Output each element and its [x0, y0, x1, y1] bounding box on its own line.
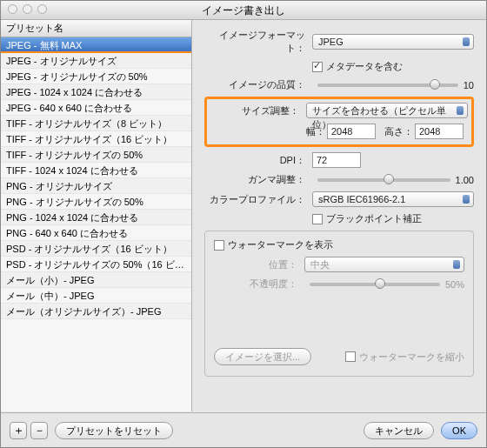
zoom-icon[interactable]	[37, 4, 47, 14]
preset-item[interactable]: PNG - 1024 x 1024 に合わせる	[1, 210, 191, 225]
watermark-show-label: ウォーターマークを表示	[228, 238, 333, 251]
gamma-value: 1.00	[456, 175, 474, 185]
profile-select[interactable]: sRGB IEC61966-2.1	[312, 191, 474, 207]
preset-item[interactable]: JPEG - オリジナルサイズ	[1, 53, 191, 69]
preset-item[interactable]: メール（小）- JPEG	[1, 272, 191, 288]
preset-item[interactable]: JPEG - 無料 MAX	[1, 37, 191, 53]
preset-item[interactable]: JPEG - オリジナルサイズの 50%	[1, 69, 191, 84]
height-input[interactable]: 2048	[415, 124, 464, 139]
preset-item[interactable]: PNG - 640 x 640 に合わせる	[1, 225, 191, 241]
wm-opacity-label: 不透明度：	[214, 277, 297, 291]
preset-item[interactable]: TIFF - オリジナルサイズ（8 ビット）	[1, 116, 191, 131]
preset-item[interactable]: JPEG - 1024 x 1024 に合わせる	[1, 84, 191, 100]
blackpoint-label: ブラックポイント補正	[326, 212, 422, 225]
preset-list[interactable]: JPEG - 無料 MAXJPEG - オリジナルサイズJPEG - オリジナル…	[1, 37, 191, 411]
profile-label: カラープロファイル：	[204, 193, 305, 206]
gamma-label: ガンマ調整：	[204, 173, 305, 186]
preset-item[interactable]: PNG - オリジナルサイズ	[1, 178, 191, 194]
preset-item[interactable]: TIFF - オリジナルサイズの 50%	[1, 147, 191, 163]
wm-opacity-thumb	[375, 278, 385, 289]
quality-max: 10	[464, 80, 474, 90]
height-label: 高さ：	[384, 125, 413, 138]
dpi-input[interactable]: 72	[312, 152, 361, 168]
size-select[interactable]: サイズを合わせる（ピクセル単位）	[306, 103, 468, 118]
ok-button[interactable]: OK	[441, 422, 477, 439]
preset-item[interactable]: PNG - オリジナルサイズの 50%	[1, 194, 191, 210]
metadata-checkbox[interactable]	[312, 62, 323, 72]
wm-pos-label: 位置：	[214, 258, 297, 271]
cancel-button[interactable]: キャンセル	[364, 422, 434, 439]
minimize-icon[interactable]	[23, 4, 32, 14]
quality-slider[interactable]	[317, 84, 458, 87]
format-label: イメージフォーマット：	[204, 29, 305, 55]
preset-item[interactable]: JPEG - 640 x 640 に合わせる	[1, 100, 191, 116]
quality-thumb[interactable]	[430, 79, 440, 90]
preset-item[interactable]: PSD - オリジナルサイズの 50%（16 ビッ…	[1, 257, 191, 272]
size-highlight: サイズ調整： サイズを合わせる（ピクセル単位） 幅： 2048 高さ： 2048	[204, 97, 474, 147]
preset-item[interactable]: PSD - オリジナルサイズ（16 ビット）	[1, 241, 191, 257]
metadata-label: メタデータを含む	[326, 60, 403, 73]
titlebar: イメージ書き出し	[1, 1, 486, 20]
shrink-label: ウォーターマークを縮小	[359, 351, 464, 364]
wm-opacity-value: 50%	[445, 279, 464, 290]
remove-preset-button[interactable]: －	[30, 422, 48, 439]
format-select[interactable]: JPEG	[312, 34, 474, 50]
footer: ＋ － プリセットをリセット キャンセル OK	[1, 412, 486, 447]
wm-opacity-slider	[310, 283, 440, 286]
preset-sidebar: プリセット名 JPEG - 無料 MAXJPEG - オリジナルサイズJPEG …	[1, 20, 192, 411]
preset-item[interactable]: メール（中）- JPEG	[1, 288, 191, 304]
watermark-group: ウォーターマークを表示 位置： 中央 不透明度： 50% イメージを選択...	[204, 231, 474, 377]
quality-label: イメージの品質：	[204, 78, 305, 91]
reset-preset-button[interactable]: プリセットをリセット	[55, 422, 173, 439]
dpi-label: DPI：	[204, 154, 305, 167]
watermark-checkbox[interactable]	[214, 240, 224, 251]
select-image-button: イメージを選択...	[214, 348, 311, 365]
close-icon[interactable]	[8, 4, 17, 14]
export-dialog: イメージ書き出し プリセット名 JPEG - 無料 MAXJPEG - オリジナ…	[0, 0, 487, 448]
preset-item[interactable]: TIFF - 1024 x 1024 に合わせる	[1, 163, 191, 178]
traffic-lights	[8, 4, 47, 14]
width-input[interactable]: 2048	[327, 124, 376, 139]
preset-item[interactable]: メール（オリジナルサイズ）- JPEG	[1, 304, 191, 319]
preset-item[interactable]: TIFF - オリジナルサイズ（16 ビット）	[1, 131, 191, 147]
gamma-thumb[interactable]	[384, 174, 394, 184]
shrink-checkbox	[345, 351, 356, 362]
preset-header: プリセット名	[1, 20, 191, 37]
main-panel: イメージフォーマット： JPEG メタデータを含む イメージの品質： 10 サイ…	[192, 20, 486, 411]
blackpoint-checkbox[interactable]	[312, 214, 323, 224]
gamma-slider[interactable]	[317, 178, 450, 182]
size-label: サイズ調整：	[210, 104, 299, 117]
add-preset-button[interactable]: ＋	[10, 422, 27, 439]
window-title: イメージ書き出し	[202, 4, 285, 17]
wm-pos-select: 中央	[304, 257, 464, 272]
